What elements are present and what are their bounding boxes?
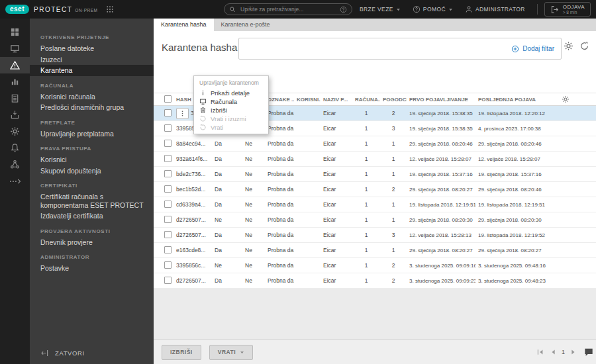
delete-button-label: IZBRIŠI	[170, 349, 193, 355]
sidebar-item-izdavatelji-certifikata[interactable]: Izdavatelji certifikata	[30, 210, 154, 222]
sidebar-section-header-pretplate: PRETPLATE	[30, 113, 154, 128]
column-header-pogodci[interactable]: POGODCI	[380, 97, 407, 103]
table-row[interactable]: cd6339a4...DaNeProbna da...Eicar1119. li…	[154, 197, 596, 212]
cell-first-seen: 19. siječnja 2018. 15:38:35	[407, 111, 475, 116]
pager-next-page-button[interactable]	[570, 348, 577, 356]
delete-button[interactable]: IZBRIŠI	[162, 345, 201, 360]
tab-karantena-e-po-te[interactable]: Karantena e-pošte	[214, 19, 277, 31]
sidebar: OTKRIVENE PRIJETNJEPoslane datotekeIzuze…	[30, 19, 154, 364]
sidebar-section-header-otkrivene-prijetnje: OTKRIVENE PRIJETNJE	[30, 34, 154, 43]
rail-item-installers[interactable]	[0, 107, 30, 123]
context-menu-item-vrati[interactable]: Vrati	[194, 123, 268, 132]
table-row[interactable]: 3395856c...NeNeProbna da...Eicar123. stu…	[154, 258, 596, 273]
context-menu-item-prika-i-detalje[interactable]: Prikaži detalje	[194, 89, 268, 97]
filter-bar[interactable]: Dodaj filtar	[238, 38, 562, 60]
sidebar-item-poslane-datoteke[interactable]: Poslane datoteke	[30, 43, 154, 54]
cell-computers: 1	[352, 277, 380, 284]
row-checkbox[interactable]	[164, 261, 172, 269]
feedback-chat-icon[interactable]	[584, 347, 593, 357]
sidebar-collapse-button[interactable]: ZATVORI	[30, 341, 154, 364]
row-checkbox[interactable]	[164, 124, 172, 132]
context-menu-item-ra-unala[interactable]: Računala	[194, 97, 268, 106]
pager-prev-page-button[interactable]	[549, 348, 557, 356]
column-header-ra-una[interactable]: RAČUNA...	[352, 97, 380, 103]
row-select-cell	[154, 277, 174, 285]
table-row[interactable]: d2726507...NeNeProbna da...Eicar1129. si…	[154, 212, 596, 228]
row-checkbox[interactable]	[164, 246, 172, 253]
table-row[interactable]: bec1b52d...DaNeProbna da...Eicar1229. si…	[154, 182, 596, 197]
rail-item-status-overview[interactable]	[0, 156, 30, 173]
table-row[interactable]: 8a84ec94...DaNeProbna da...Eicar1129. si…	[154, 136, 596, 152]
column-header-korisni[interactable]: KORISNI...	[294, 97, 321, 103]
rail-item-detections[interactable]	[0, 57, 30, 73]
sidebar-item-korisnici-ra-unala[interactable]: Korisnici računala	[30, 91, 154, 103]
search-input[interactable]	[239, 5, 340, 13]
refresh-icon[interactable]	[579, 41, 589, 51]
table-row[interactable]: bde2c736...DaNeProbna da...Eicar1119. si…	[154, 167, 596, 182]
column-header-posljednja-pojava[interactable]: POSLJEDNJA POJAVA	[475, 97, 555, 103]
cell-restorable: Da	[212, 277, 242, 284]
column-header-prvo-pojavljivanje[interactable]: PRVO POJAVLJIVANJE	[407, 97, 475, 103]
cell-p: Ne	[242, 262, 265, 269]
sidebar-item-dnevnik-provjere[interactable]: Dnevnik provjere	[30, 237, 154, 248]
row-select-cell	[154, 261, 174, 270]
context-menu-item-izbri-i[interactable]: Izbriši	[194, 106, 268, 114]
cell-computers: 1	[352, 216, 380, 223]
user-menu[interactable]: ADMINISTRATOR	[465, 5, 525, 13]
rail-item-more[interactable]	[0, 173, 30, 189]
cell-restorable: Da	[212, 232, 242, 238]
column-header-naziv-p[interactable]: NAZIV P...	[321, 97, 352, 103]
rail-item-notifications[interactable]	[0, 140, 30, 156]
row-checkbox[interactable]	[164, 140, 172, 147]
tab-karantena-hasha[interactable]: Karantena hasha	[154, 19, 214, 31]
plus-circle-icon	[511, 45, 519, 53]
sidebar-item-skupovi-dopu-tenja[interactable]: Skupovi dopuštenja	[30, 165, 154, 177]
context-menu-item-vrati-i-izuzmi[interactable]: Vrati i izuzmi	[194, 114, 268, 123]
row-checkbox[interactable]	[164, 185, 172, 193]
table-row[interactable]: d2726507...DaNeProbna da...Eicar123. stu…	[154, 273, 596, 289]
global-search[interactable]	[224, 3, 352, 15]
cell-computers: 1	[352, 262, 380, 269]
restore-button[interactable]: VRATI	[209, 345, 253, 360]
pager-first-page-button[interactable]	[536, 348, 544, 356]
rail-item-computers[interactable]	[0, 40, 30, 57]
sidebar-item-karantena[interactable]: Karantena	[30, 65, 154, 76]
table-tools	[564, 41, 589, 51]
search-help-icon[interactable]	[340, 6, 347, 13]
table-row[interactable]: e163cde8...DaNeProbna da...Eicar1129. si…	[154, 243, 596, 258]
sidebar-item-predlo-ci-dinami-nih-grupa[interactable]: Predlošci dinamičnih grupa	[30, 102, 154, 113]
cell-tags: Probna da...	[265, 171, 294, 177]
help-menu[interactable]: POMOĆ	[413, 5, 453, 13]
sidebar-item-upravljanje-pretplatama[interactable]: Upravljanje pretplatama	[30, 128, 154, 140]
row-checkbox[interactable]	[164, 201, 172, 208]
add-filter-button[interactable]: Dodaj filtar	[511, 45, 554, 53]
sidebar-item-korisnici[interactable]: Korisnici	[30, 154, 154, 165]
row-checkbox[interactable]	[164, 170, 172, 177]
quick-links-menu[interactable]: BRZE VEZE	[360, 6, 401, 13]
row-checkbox[interactable]	[164, 277, 172, 284]
table-row[interactable]: 932a614f6...DaNeProbna da...Eicar1112. v…	[154, 152, 596, 167]
rail-item-policies[interactable]	[0, 123, 30, 140]
chevron-down-icon	[240, 350, 244, 355]
table-row[interactable]: d2726507...DaNeProbna da...Eicar1312. ve…	[154, 228, 596, 243]
sidebar-item-certifikati-ra-unala-s-komponentama-eset-protect[interactable]: Certifikati računala s komponentama ESET…	[30, 191, 154, 210]
sidebar-item-izuzeci[interactable]: Izuzeci	[30, 54, 154, 66]
filter-presets-gear-icon[interactable]	[564, 41, 573, 51]
rail-item-tasks[interactable]	[0, 90, 30, 107]
quarantine-panel: Karantena hasha Dodaj filtar HASHMOGUĆ..…	[154, 31, 596, 289]
row-actions-button[interactable]	[176, 108, 189, 119]
logout-button[interactable]: ODJAVA > 8 min	[544, 2, 591, 17]
column-header-oznake[interactable]: OZNAKE ...	[265, 97, 294, 103]
rail-item-dashboard[interactable]	[0, 24, 30, 40]
search-icon	[229, 6, 236, 13]
sidebar-item-postavke[interactable]: Postavke	[30, 263, 154, 274]
cell-hits: 1	[380, 140, 407, 147]
cell-p: Ne	[242, 156, 265, 162]
rail-item-reports[interactable]	[0, 73, 30, 90]
row-checkbox[interactable]	[164, 231, 172, 238]
app-grid-icon[interactable]	[106, 5, 114, 13]
row-checkbox[interactable]	[164, 109, 172, 116]
row-checkbox[interactable]	[164, 216, 172, 223]
row-checkbox[interactable]	[164, 155, 172, 162]
select-all-checkbox[interactable]	[164, 95, 172, 103]
